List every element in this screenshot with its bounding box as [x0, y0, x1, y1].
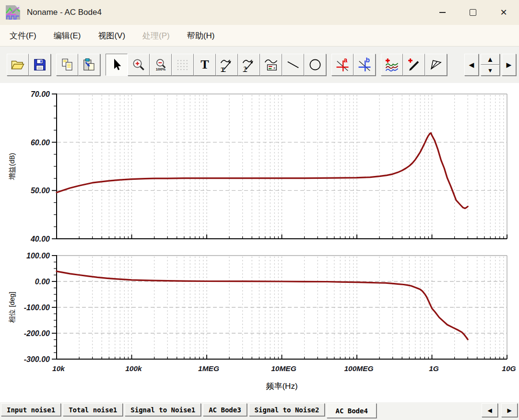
curve-annotation-icon: T [220, 58, 234, 72]
bode-charts: 70.0060.0050.0040.00增益(dB)100.000.00-100… [0, 83, 519, 402]
y-tick-label: -300.00 [24, 355, 50, 363]
svg-text:T: T [221, 66, 225, 72]
menubar: 文件(F) 编辑(E) 视图(V) 处理(P) 帮助(H) [0, 25, 519, 47]
tab-scroll-left-button[interactable]: ◀ [482, 403, 498, 417]
grid-dots-icon [176, 58, 190, 72]
cursor-b-button[interactable]: b [354, 54, 376, 76]
curve-annotation-button[interactable]: T [216, 54, 238, 76]
toolbar-nav: ◀ ▲ ▼ ▶ [464, 54, 516, 76]
close-button[interactable]: ✕ [488, 0, 519, 25]
nav-up-icon: ▲ [487, 55, 494, 63]
menu-help[interactable]: 帮助(H) [187, 30, 215, 41]
y-tick-label: 70.00 [31, 90, 50, 98]
tab-signal-to-noise1[interactable]: Signal to Noise1 [125, 403, 201, 416]
minimize-button[interactable] [427, 0, 458, 25]
marker-button[interactable] [425, 54, 447, 76]
tab-total-noise1[interactable]: Total noise1 [63, 403, 123, 416]
paste-button[interactable] [78, 54, 100, 76]
zoom-in-button[interactable] [128, 54, 150, 76]
open-button[interactable] [7, 54, 29, 76]
app-window: Noname - AC Bode4 ✕ 文件(F) 编辑(E) 视图(V) 处理… [0, 0, 519, 420]
window-controls: ✕ [427, 0, 519, 25]
nav-next-icon: ▶ [507, 61, 512, 69]
menu-process: 处理(P) [142, 30, 170, 41]
menu-view[interactable]: 视图(V) [98, 30, 125, 41]
y-tick-label: 0.00 [35, 278, 50, 286]
menu-file[interactable]: 文件(F) [10, 30, 36, 41]
ellipse-icon [308, 58, 322, 72]
draw-line-button[interactable] [282, 54, 304, 76]
minimize-icon [439, 12, 446, 13]
svg-text:b: b [366, 58, 370, 64]
tabbar: Input noise1 Total noise1 Signal to Nois… [0, 402, 519, 420]
nav-up-button[interactable]: ▲ [481, 54, 500, 65]
copy-button[interactable] [56, 54, 78, 76]
nav-prev-icon: ◀ [469, 61, 474, 69]
cursor-arrow-icon [109, 58, 124, 72]
marker-flag-icon [429, 58, 443, 72]
text-tool-button[interactable]: T [194, 54, 216, 76]
nav-next-button[interactable]: ▶ [502, 54, 516, 76]
grid-button[interactable] [172, 54, 194, 76]
svg-text:a: a [344, 58, 348, 64]
x-tick-label: 1MEG [198, 364, 219, 373]
x-axis-title: 频率(Hz) [266, 382, 297, 391]
maximize-icon [470, 9, 476, 16]
nav-prev-button[interactable]: ◀ [464, 54, 479, 76]
cursor-a-button[interactable]: a [331, 54, 354, 76]
x-tick-label: 100k [125, 364, 142, 373]
y-tick-label: 50.00 [31, 187, 50, 195]
tab-scroll-left-icon: ◀ [487, 407, 492, 414]
folder-open-icon [11, 58, 25, 72]
text-tool-icon: T [201, 58, 209, 71]
y-tick-label: 60.00 [31, 139, 50, 147]
x-tick-label: 10MEG [271, 364, 296, 373]
curve-legend-button[interactable]: x [260, 54, 282, 76]
y-axis-title: 相位 [deg] [8, 292, 16, 323]
phase-curve [57, 271, 468, 339]
y-tick-label: -200.00 [24, 329, 50, 338]
chart-region: 70.0060.0050.0040.00增益(dB)100.000.00-100… [0, 83, 519, 402]
maximize-button[interactable] [458, 0, 488, 25]
tab-scroll-right-icon: ▶ [507, 407, 511, 414]
zoom-in-icon [131, 58, 146, 72]
draw-ellipse-button[interactable] [304, 54, 326, 76]
y-tick-label: -100.00 [24, 303, 50, 312]
pick-curve-button[interactable] [403, 54, 425, 76]
x-tick-label: 100MEG [344, 364, 373, 373]
save-button[interactable] [29, 54, 51, 76]
paste-icon [82, 58, 96, 72]
floppy-save-icon [33, 58, 47, 72]
curve-query-button[interactable]: ? [238, 54, 260, 76]
copy-icon [60, 58, 74, 72]
curve-legend-icon: x [264, 58, 278, 72]
nav-spinner: ▲ ▼ [481, 54, 500, 76]
select-cursor-button[interactable] [106, 54, 128, 76]
add-curves-icon [385, 58, 399, 72]
add-curves-button[interactable] [381, 54, 403, 76]
tab-scroll-buttons: ◀ ▶ [482, 403, 518, 417]
tab-input-noise1[interactable]: Input noise1 [1, 403, 61, 416]
tab-scroll-right-button[interactable]: ▶ [501, 403, 518, 417]
gain-curve [57, 133, 468, 209]
svg-text:?: ? [244, 66, 247, 72]
y-tick-label: 40.00 [30, 235, 50, 243]
tab-ac-bode4[interactable]: AC Bode4 [327, 403, 376, 418]
nav-down-button[interactable]: ▼ [481, 65, 500, 76]
x-tick-label: 10G [502, 364, 516, 373]
app-icon [6, 5, 20, 20]
x-tick-label: 10k [52, 364, 65, 373]
tab-signal-to-noise2[interactable]: Signal to Noise2 [249, 403, 325, 416]
zoom-100-label: 100% [156, 68, 165, 71]
zoom-100-button[interactable]: 100% [150, 54, 172, 76]
close-icon: ✕ [500, 8, 507, 17]
window-title: Noname - AC Bode4 [27, 8, 102, 17]
cursor-b-icon: b [357, 58, 372, 72]
menu-edit[interactable]: 编辑(E) [54, 30, 81, 41]
x-tick-label: 1G [429, 364, 439, 373]
pick-curve-icon [407, 58, 421, 72]
cursor-a-icon: a [335, 58, 350, 72]
tab-ac-bode3[interactable]: AC Bode3 [203, 403, 247, 416]
line-icon [286, 58, 300, 72]
y-axis-title: 增益(dB) [8, 153, 16, 180]
